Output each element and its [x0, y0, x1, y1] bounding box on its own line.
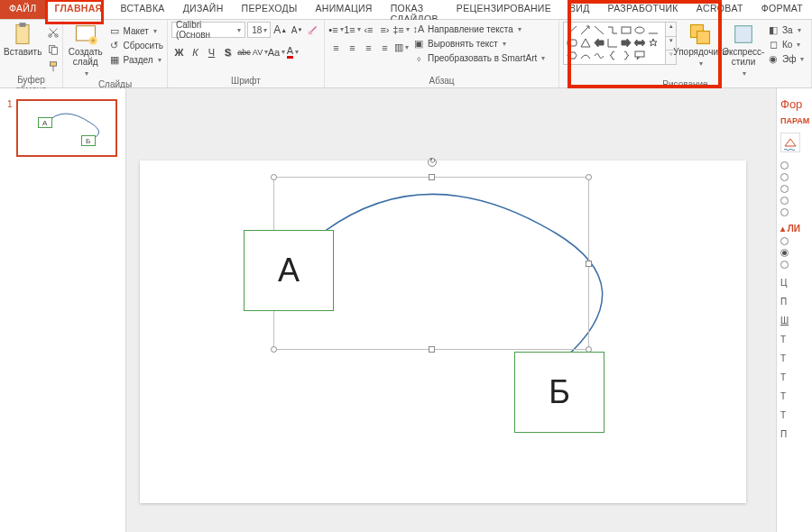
grow-font-button[interactable]: A▲	[272, 23, 288, 38]
font-name-combo[interactable]: Calibri (Основн	[171, 22, 245, 38]
shape-arrow-icon[interactable]	[578, 23, 592, 36]
shape-line-icon[interactable]	[565, 23, 578, 36]
align-center-button[interactable]: ≡	[345, 40, 360, 55]
slide[interactable]: А Б	[140, 161, 746, 503]
tab-insert[interactable]: ВСТАВКА	[111, 0, 173, 19]
italic-button[interactable]: К	[188, 44, 203, 60]
shape-darrow-icon[interactable]	[632, 36, 646, 49]
pane-item-8[interactable]: П	[780, 429, 808, 439]
canvas[interactable]: А Б	[126, 88, 812, 532]
slide-thumbnail-1[interactable]: А Б	[16, 99, 117, 157]
arrange-button[interactable]: Упорядочить	[680, 22, 720, 69]
pane-item-2[interactable]: Ш	[780, 316, 808, 326]
shadow-button[interactable]: S	[220, 44, 235, 60]
bold-button[interactable]: Ж	[171, 44, 187, 60]
pane-item-4[interactable]: Т	[780, 353, 808, 363]
quick-styles-button[interactable]: Экспресс-стили	[724, 22, 763, 78]
text-direction-button[interactable]: ↕AНаправление текста	[412, 23, 545, 35]
pane-item-1[interactable]: П	[780, 297, 808, 307]
numbering-button[interactable]: 1≡	[345, 22, 360, 37]
radio-1[interactable]	[780, 161, 808, 170]
tab-design[interactable]: ДИЗАЙН	[174, 0, 233, 19]
shape-elbow-icon[interactable]	[605, 36, 619, 49]
reset-button[interactable]: ↺Сбросить	[108, 39, 163, 51]
section-button[interactable]: ▦Раздел	[108, 53, 163, 66]
tab-developer[interactable]: РАЗРАБОТЧИК	[599, 0, 687, 19]
char-spacing-button[interactable]: AV	[253, 44, 268, 60]
align-left-button[interactable]: ≡	[328, 40, 344, 55]
radio-line-1[interactable]	[780, 237, 808, 245]
shape-tri-icon[interactable]	[578, 36, 592, 49]
radio-line-3[interactable]	[780, 261, 808, 269]
radio-2[interactable]	[780, 173, 808, 181]
columns-button[interactable]: ▥	[393, 40, 409, 55]
line-section[interactable]: ▴ ЛИ	[780, 224, 808, 234]
shape-seg-icon[interactable]	[646, 23, 660, 36]
box-a[interactable]: А	[244, 230, 334, 311]
shape-wave-icon[interactable]	[592, 49, 605, 61]
tab-transitions[interactable]: ПЕРЕХОДЫ	[233, 0, 307, 19]
line-spacing-button[interactable]: ‡≡	[393, 22, 409, 37]
radio-3[interactable]	[780, 185, 808, 193]
fill-line-icon[interactable]	[780, 133, 800, 152]
shrink-font-button[interactable]: A▼	[290, 23, 304, 38]
gallery-scroll[interactable]: ▴▾▿	[666, 22, 677, 65]
shape-line2-icon[interactable]	[592, 23, 605, 36]
copy-button[interactable]	[45, 41, 60, 57]
shape-larrow-icon[interactable]	[592, 36, 605, 49]
case-button[interactable]: Aa	[269, 44, 284, 60]
tab-slideshow[interactable]: ПОКАЗ СЛАЙДОВ	[382, 0, 448, 19]
shape-callout-icon[interactable]	[632, 49, 646, 61]
shape-rbrace-icon[interactable]	[619, 49, 632, 61]
pane-item-6[interactable]: Т	[780, 391, 808, 401]
radio-line-2[interactable]	[780, 249, 808, 257]
bullets-button[interactable]: •≡	[328, 22, 344, 37]
shape-rarrow-icon[interactable]	[619, 36, 632, 49]
shape-lbrace-icon[interactable]	[605, 49, 619, 61]
handle-ne[interactable]	[586, 174, 592, 180]
shape-fill-button[interactable]: ◧За	[767, 23, 804, 36]
handle-s[interactable]	[429, 346, 435, 353]
font-color-button[interactable]: A	[285, 44, 300, 60]
pane-item-7[interactable]: Т	[780, 410, 808, 420]
new-slide-button[interactable]: Создать слайд	[67, 22, 105, 78]
tab-animations[interactable]: АНИМАЦИЯ	[307, 0, 382, 19]
inc-indent-button[interactable]: ≡›	[377, 22, 392, 37]
dec-indent-button[interactable]: ‹≡	[361, 22, 376, 37]
shape-rect-icon[interactable]	[619, 23, 632, 36]
layout-button[interactable]: ▭Макет	[108, 24, 163, 37]
clear-format-button[interactable]	[306, 23, 320, 38]
shape-hex-icon[interactable]	[565, 49, 578, 61]
align-text-button[interactable]: ▣Выровнять текст	[412, 37, 545, 50]
tab-acrobat[interactable]: ACROBAT	[687, 0, 752, 19]
underline-button[interactable]: Ч	[204, 44, 219, 60]
paste-button[interactable]: Вставить	[4, 22, 42, 57]
handle-n[interactable]	[429, 174, 435, 180]
shape-conn-icon[interactable]	[605, 23, 619, 36]
shape-rrect-icon[interactable]	[565, 36, 578, 49]
shapes-gallery[interactable]	[563, 22, 666, 65]
shape-oval-icon[interactable]	[632, 23, 646, 36]
justify-button[interactable]: ≡	[377, 40, 392, 55]
handle-nw[interactable]	[271, 174, 277, 180]
radio-5[interactable]	[780, 208, 808, 216]
rotation-handle[interactable]	[428, 158, 437, 167]
handle-e[interactable]	[586, 261, 592, 267]
align-right-button[interactable]: ≡	[361, 40, 376, 55]
format-painter-button[interactable]	[45, 59, 60, 74]
tab-home[interactable]: ГЛАВНАЯ	[45, 0, 111, 19]
cut-button[interactable]	[45, 24, 60, 40]
shape-star-icon[interactable]	[646, 36, 660, 49]
radio-4[interactable]	[780, 197, 808, 205]
smartart-button[interactable]: ⬨Преобразовать в SmartArt	[412, 51, 545, 64]
tab-file[interactable]: ФАЙЛ	[0, 0, 45, 19]
tab-view[interactable]: ВИД	[560, 0, 599, 19]
handle-sw[interactable]	[271, 346, 277, 353]
tab-format[interactable]: ФОРМАТ	[752, 0, 812, 19]
box-b[interactable]: Б	[514, 352, 604, 433]
font-size-combo[interactable]: 18	[247, 22, 271, 38]
pane-item-0[interactable]: Ц	[780, 278, 808, 288]
shape-effects-button[interactable]: ◉Эф	[767, 52, 804, 65]
shape-arc-icon[interactable]	[578, 49, 592, 61]
pane-item-5[interactable]: Т	[780, 372, 808, 382]
